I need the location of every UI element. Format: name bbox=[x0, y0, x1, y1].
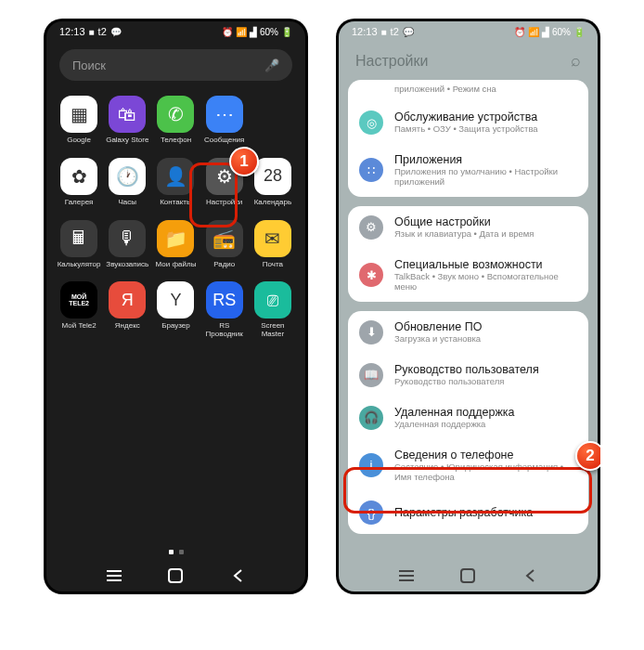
status-bar: 12:13 ■ t2 💬 ⏰ 📶 ▟ 60% 🔋 bbox=[339, 21, 598, 42]
screen-icon: ⎚ bbox=[254, 281, 291, 318]
nav-recents[interactable] bbox=[107, 568, 122, 583]
alarm-icon: ⏰ bbox=[514, 27, 525, 37]
app-Мои файлы[interactable]: 📁Мои файлы bbox=[152, 220, 199, 269]
wifi-icon: 📶 bbox=[236, 27, 247, 37]
app-Сообщения[interactable]: ⋯Сообщения bbox=[201, 96, 248, 145]
phone-icon: ✆ bbox=[157, 96, 194, 133]
setting-subtitle: Состояние • Юридическая информация • Имя… bbox=[394, 462, 577, 483]
app-label: Мои файлы bbox=[156, 261, 197, 269]
setting-icon: ⚙ bbox=[359, 215, 383, 240]
app-label: Настройки bbox=[206, 199, 242, 207]
svg-rect-3 bbox=[169, 569, 182, 582]
page-dot-1[interactable] bbox=[169, 550, 174, 554]
search-placeholder: Поиск bbox=[72, 58, 106, 72]
page-dot-2[interactable] bbox=[179, 550, 184, 554]
setting-row[interactable]: {}Параметры разработчика bbox=[348, 491, 588, 534]
setting-title: Специальные возможности bbox=[394, 258, 577, 271]
app-Почта[interactable]: ✉Почта bbox=[250, 220, 296, 269]
28-icon: 28 bbox=[254, 158, 291, 195]
setting-icon: ⬇ bbox=[359, 320, 383, 344]
app-label: Телефон bbox=[161, 136, 191, 145]
app-Телефон[interactable]: ✆Телефон bbox=[152, 96, 199, 145]
setting-subtitle: Память • ОЗУ • Защита устройства bbox=[394, 124, 577, 134]
app-label: Мой Tele2 bbox=[62, 322, 97, 331]
setting-row[interactable]: 📖Руководство пользователяРуководство пол… bbox=[348, 354, 588, 396]
app-Контакты[interactable]: 👤Контакты bbox=[152, 158, 199, 207]
setting-icon: 📖 bbox=[359, 363, 383, 387]
battery-icon: 🔋 bbox=[573, 27, 585, 37]
app-label: Яндекс bbox=[115, 322, 140, 331]
grid-icon: ▦ bbox=[60, 96, 97, 133]
app-Звукозапись[interactable]: 🎙Звукозапись bbox=[104, 220, 150, 269]
setting-row[interactable]: iСведения о телефонеСостояние • Юридичес… bbox=[348, 439, 588, 492]
annotation-badge-2: 2 bbox=[575, 441, 600, 471]
app-label: Контакты bbox=[160, 199, 192, 207]
phone-settings: 12:13 ■ t2 💬 ⏰ 📶 ▟ 60% 🔋 Настройки ⌕ при… bbox=[336, 19, 600, 594]
status-carrier: t2 bbox=[391, 26, 399, 37]
flower-icon: ✿ bbox=[60, 158, 97, 195]
nav-recents[interactable] bbox=[399, 568, 414, 583]
app-label: Часы bbox=[119, 199, 137, 207]
nav-back[interactable] bbox=[230, 568, 245, 583]
app-RS Проводник[interactable]: RSRS Проводник bbox=[201, 281, 248, 339]
carrier-icon: ■ bbox=[381, 27, 387, 37]
setting-title: Обслуживание устройства bbox=[394, 110, 577, 124]
mic-icon[interactable]: 🎤 bbox=[264, 58, 279, 72]
signal-icon: ▟ bbox=[250, 27, 257, 37]
setting-subtitle: Руководство пользователя bbox=[394, 376, 577, 386]
chat-icon: 💬 bbox=[403, 27, 414, 37]
person-icon: 👤 bbox=[157, 158, 194, 195]
setting-title: Руководство пользователя bbox=[394, 363, 577, 376]
carrier-icon: ■ bbox=[89, 27, 95, 37]
app-Яндекс[interactable]: ЯЯндекс bbox=[104, 281, 150, 339]
setting-row[interactable]: ⬇Обновление ПОЗагрузка и установка bbox=[348, 311, 588, 354]
status-time: 12:13 bbox=[59, 26, 85, 37]
mic-icon: 🎙 bbox=[109, 220, 146, 257]
setting-icon: {} bbox=[359, 500, 383, 525]
setting-row[interactable]: ∷ПриложенияПриложения по умолчанию • Нас… bbox=[348, 144, 588, 197]
search-icon[interactable]: ⌕ bbox=[571, 51, 581, 71]
setting-title: Общие настройки bbox=[394, 215, 577, 228]
annotation-badge-1: 1 bbox=[229, 147, 259, 176]
nav-home[interactable] bbox=[460, 568, 475, 583]
app-label: Google bbox=[67, 136, 91, 145]
app-Мой Tele2[interactable]: МОЙ TELE2Мой Tele2 bbox=[56, 281, 102, 339]
setting-row[interactable]: ✱Специальные возможностиTalkBack • Звук … bbox=[348, 249, 588, 302]
radio-icon: 📻 bbox=[206, 220, 243, 257]
mail-icon: ✉ bbox=[254, 220, 291, 257]
setting-row[interactable]: 🎧Удаленная поддержкаУдаленная поддержка bbox=[348, 396, 588, 439]
setting-title: Обновление ПО bbox=[394, 320, 577, 333]
setting-subtitle: Язык и клавиатура • Дата и время bbox=[394, 228, 577, 239]
app-Galaxy Store[interactable]: 🛍Galaxy Store bbox=[104, 96, 150, 145]
app-label: Календарь bbox=[254, 199, 291, 207]
setting-icon: 🎧 bbox=[359, 406, 383, 430]
settings-list[interactable]: приложений • Режим сна◎Обслуживание устр… bbox=[339, 80, 598, 534]
app-label: Галерея bbox=[65, 199, 94, 207]
nav-bar bbox=[46, 560, 305, 592]
setting-icon: ◎ bbox=[359, 110, 383, 135]
setting-title: Параметры разработчика bbox=[394, 506, 577, 519]
app-Screen Master[interactable]: ⎚Screen Master bbox=[250, 281, 296, 339]
Y-icon: Y bbox=[157, 281, 194, 318]
setting-row-partial[interactable]: приложений • Режим сна bbox=[348, 80, 588, 101]
app-Часы[interactable]: 🕐Часы bbox=[104, 158, 150, 207]
app-Радио[interactable]: 📻Радио bbox=[201, 220, 248, 269]
app-Галерея[interactable]: ✿Галерея bbox=[56, 158, 102, 207]
setting-title: Сведения о телефоне bbox=[394, 448, 577, 462]
app-label: Браузер bbox=[161, 322, 190, 331]
app-Калькулятор[interactable]: 🖩Калькулятор bbox=[56, 220, 102, 269]
search-bar[interactable]: Поиск 🎤 bbox=[59, 49, 292, 81]
setting-row[interactable]: ◎Обслуживание устройстваПамять • ОЗУ • З… bbox=[348, 101, 588, 144]
app-label: Калькулятор bbox=[58, 261, 101, 269]
status-carrier: t2 bbox=[98, 26, 107, 37]
chat-icon: 💬 bbox=[110, 27, 122, 37]
setting-row[interactable]: ⚙Общие настройкиЯзык и клавиатура • Дата… bbox=[348, 206, 588, 249]
status-time: 12:13 bbox=[352, 26, 378, 37]
tele2-icon: МОЙ TELE2 bbox=[60, 281, 97, 318]
app-Google[interactable]: ▦Google bbox=[56, 96, 102, 145]
folder-icon: 📁 bbox=[157, 220, 194, 257]
nav-back[interactable] bbox=[522, 568, 537, 583]
app-Браузер[interactable]: YБраузер bbox=[152, 281, 199, 339]
settings-title: Настройки bbox=[355, 53, 428, 70]
nav-home[interactable] bbox=[168, 568, 183, 583]
